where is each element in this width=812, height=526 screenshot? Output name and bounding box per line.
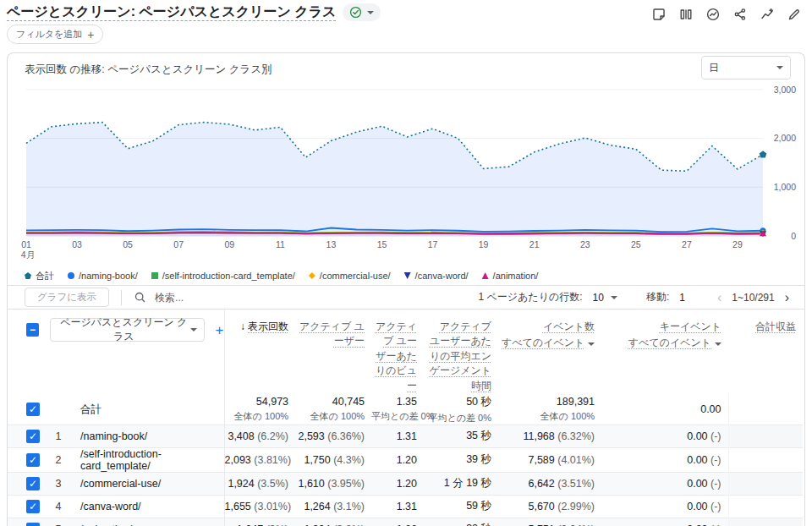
- row-checkbox[interactable]: [26, 477, 40, 490]
- row-rank: 5: [45, 518, 72, 526]
- column-header-active-users[interactable]: アクティブ ユーザー: [299, 321, 365, 347]
- x-tick-label: 15: [377, 239, 387, 249]
- event-filter[interactable]: すべてのイベント: [502, 337, 584, 348]
- totals-events: 189,391: [498, 396, 595, 408]
- explore-icon[interactable]: [760, 7, 775, 22]
- rows-per-page-value[interactable]: 10: [593, 292, 604, 304]
- row-views-pct: (3.01%): [254, 501, 291, 512]
- caret-down-icon[interactable]: [611, 296, 617, 299]
- legend-item: /commercial-use/: [309, 271, 391, 281]
- table-header-row: ページパスとスクリーン クラス + ↓表示回数 アクティブ ユーザー アクティブ…: [8, 310, 803, 393]
- header-actions: [651, 7, 802, 22]
- show-in-chart-button[interactable]: グラフに表示: [25, 288, 109, 307]
- x-tick-label: 25: [631, 239, 641, 249]
- add-dimension-button[interactable]: +: [216, 323, 224, 337]
- totals-users: 40,745: [295, 396, 365, 408]
- x-tick-label: 05: [123, 239, 133, 249]
- caret-down-icon: [715, 342, 721, 346]
- totals-events-sub: 全体の 100%: [498, 410, 595, 423]
- key-event-filter[interactable]: すべてのイベント: [628, 337, 711, 348]
- edit-icon[interactable]: [787, 7, 802, 22]
- row-users: 1,264: [304, 501, 330, 512]
- row-rank: 3: [45, 472, 72, 495]
- insights-icon[interactable]: [705, 7, 721, 22]
- totals-checkbox[interactable]: [26, 403, 40, 416]
- row-views-per-user: 1.20: [397, 454, 417, 466]
- row-events: 5,670: [528, 501, 554, 512]
- x-month-label: 4月: [21, 249, 35, 260]
- legend-label: /commercial-use/: [320, 271, 391, 281]
- table-row[interactable]: 4 /canva-word/ 1,655 (3.01%) 1,264 (3.1%…: [8, 495, 803, 518]
- table-row[interactable]: 3 /commercial-use/ 1,924 (3.5%) 1,610 (3…: [8, 472, 803, 495]
- note-icon[interactable]: [651, 7, 667, 22]
- row-views: 1,655: [225, 501, 251, 512]
- share-icon[interactable]: [732, 7, 748, 22]
- select-all-checkbox[interactable]: [26, 323, 39, 337]
- row-events-pct: (4.01%): [557, 454, 595, 466]
- table-row[interactable]: 5 /animation/ 1,647 (3%) 1,304 (3.2%) 1.…: [8, 518, 803, 526]
- row-events: 6,642: [528, 478, 554, 490]
- totals-vpu-sub: 平均との差 0%: [371, 410, 417, 423]
- row-events-pct: (6.32%): [557, 430, 595, 442]
- table-row[interactable]: 1 /naming-book/ 3,408 (6.2%) 2,593 (6.36…: [8, 425, 803, 447]
- row-views: 1,924: [228, 478, 254, 490]
- x-tick-label: 07: [173, 239, 184, 249]
- totals-row: 合計 54,973全体の 100% 40,745全体の 100% 1.35平均と…: [8, 393, 803, 425]
- x-tick-label: 17: [428, 239, 438, 249]
- row-checkbox[interactable]: [26, 430, 40, 443]
- next-page-button[interactable]: ›: [782, 291, 793, 304]
- x-tick-label: 01: [21, 239, 31, 249]
- row-checkbox[interactable]: [26, 523, 40, 526]
- row-engagement: 59 秒: [466, 500, 491, 512]
- legend-label: 合計: [36, 270, 54, 282]
- column-header-revenue[interactable]: 合計収益: [755, 321, 796, 332]
- divider: [121, 290, 122, 305]
- row-checkbox[interactable]: [26, 500, 40, 513]
- comparison-icon[interactable]: [678, 7, 694, 22]
- caret-down-icon: [367, 11, 374, 14]
- goto-page-value[interactable]: 1: [679, 292, 685, 304]
- row-key-events: 0.00: [687, 430, 707, 442]
- granularity-select[interactable]: 日: [701, 56, 791, 79]
- row-key-events-pct: (-): [710, 430, 721, 442]
- column-header-views[interactable]: 表示回数: [248, 321, 288, 332]
- data-quality-pill[interactable]: [343, 3, 381, 21]
- row-views: 3,408: [228, 430, 254, 442]
- column-header-events[interactable]: イベント数: [543, 321, 595, 332]
- add-filter-label: フィルタを追加: [16, 28, 82, 41]
- x-tick-label: 09: [224, 239, 234, 249]
- totals-eng-sub: 平均との差 0%: [424, 412, 491, 425]
- dimension-select[interactable]: ページパスとスクリーン クラス: [50, 318, 205, 342]
- x-tick-label: 23: [580, 239, 590, 249]
- legend-pentagon-icon: [25, 272, 31, 279]
- caret-down-icon: [190, 328, 197, 331]
- row-events-pct: (3.51%): [557, 478, 595, 490]
- column-header-views-per-user[interactable]: アクティブ ユーザーあたりのビュー: [376, 321, 417, 392]
- row-users-pct: (3.1%): [333, 501, 365, 512]
- page-range-label: 1~10/291: [732, 292, 774, 304]
- row-checkbox[interactable]: [26, 453, 40, 467]
- trend-chart: 01,0002,0003,000010305070911131517192123…: [8, 82, 803, 266]
- row-views-pct: (3.81%): [254, 454, 291, 466]
- y-tick-label: 1,000: [774, 182, 796, 192]
- row-rank: 2: [45, 447, 72, 472]
- table-row[interactable]: 2 /self-introduction-card_template/ 2,09…: [8, 447, 803, 472]
- y-tick-label: 0: [791, 231, 796, 241]
- totals-key-events: 0.00: [601, 403, 721, 415]
- search-input[interactable]: [153, 291, 343, 304]
- column-header-engagement[interactable]: アクティブ ユーザーあたりの平均エンゲージメント時間: [430, 321, 491, 392]
- prev-page-button[interactable]: ‹: [714, 291, 725, 304]
- legend-label: /canva-word/: [415, 271, 469, 281]
- totals-engagement: 50 秒: [424, 395, 491, 409]
- series-end-marker: [760, 151, 767, 157]
- x-tick-label: 27: [682, 239, 692, 249]
- legend-item: /self-introduction-card_template/: [151, 271, 295, 281]
- column-header-key-events[interactable]: キーイベント: [660, 321, 721, 332]
- row-views-pct: (6.2%): [257, 430, 288, 442]
- totals-users-sub: 全体の 100%: [295, 410, 365, 423]
- x-tick-label: 29: [732, 239, 743, 249]
- sort-desc-icon: ↓: [240, 321, 245, 332]
- row-page-path: /naming-book/: [72, 425, 224, 447]
- caret-down-icon: [776, 66, 783, 69]
- add-filter-button[interactable]: フィルタを追加 +: [7, 25, 103, 44]
